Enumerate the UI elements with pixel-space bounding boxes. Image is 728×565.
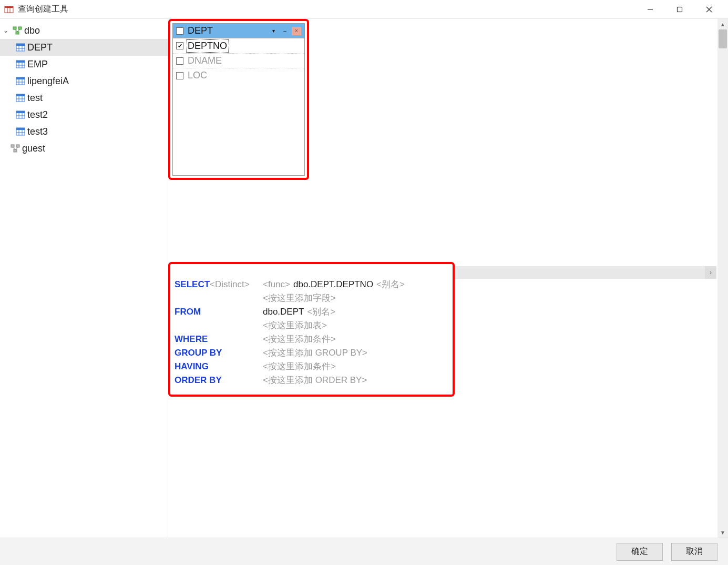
table-icon: [16, 43, 25, 52]
scroll-right-icon[interactable]: ›: [705, 266, 716, 279]
select-all-checkbox[interactable]: [176, 27, 183, 35]
schema-label: dbo: [24, 25, 40, 36]
svg-rect-9: [18, 27, 22, 29]
sql-having-row[interactable]: HAVING <按这里添加条件>: [175, 360, 448, 374]
table-node-test2[interactable]: test2: [0, 106, 168, 123]
schema-icon: [11, 144, 20, 153]
svg-rect-34: [16, 111, 25, 113]
sql-keyword-having: HAVING: [175, 360, 263, 374]
sql-where-row[interactable]: WHERE <按这里添加条件>: [175, 332, 448, 346]
where-placeholder[interactable]: <按这里添加条件>: [263, 332, 336, 346]
column-row-deptno[interactable]: ✔ DEPTNO: [173, 38, 304, 53]
column-checkbox[interactable]: [176, 72, 183, 79]
svg-rect-29: [16, 94, 25, 96]
table-icon: [16, 60, 25, 68]
svg-rect-24: [16, 77, 25, 79]
column-label: LOC: [188, 70, 207, 81]
orderby-placeholder[interactable]: <按这里添加 ORDER BY>: [263, 374, 367, 387]
close-button[interactable]: [694, 2, 724, 17]
column-row-dname[interactable]: DNAME: [173, 53, 304, 68]
table-label: EMP: [27, 59, 48, 70]
func-placeholder[interactable]: <func>: [263, 278, 290, 291]
sql-from-row[interactable]: FROM dbo.DEPT <别名>: [175, 305, 448, 319]
diagram-table-name: DEPT: [188, 25, 213, 36]
sql-keyword-where: WHERE: [175, 332, 263, 346]
table-icon: [16, 110, 25, 119]
table-close-icon[interactable]: ×: [292, 27, 301, 35]
column-label: DEPTNO: [187, 40, 228, 52]
content-area: ⌄ dbo DEPT EMP lipengfeiA: [0, 19, 728, 538]
maximize-button[interactable]: [665, 2, 694, 17]
sql-highlight: SELECT<Distinct> <func> dbo.DEPT.DEPTNO …: [168, 262, 455, 397]
canvas-area[interactable]: DEPT ▾ – × ✔ DEPTNO DNAME: [168, 19, 728, 538]
cancel-button[interactable]: 取消: [671, 543, 717, 561]
schema-icon: [13, 26, 22, 35]
table-node-test3[interactable]: test3: [0, 123, 168, 140]
sql-keyword-select: SELECT<Distinct>: [175, 278, 263, 291]
window-title: 查询创建工具: [18, 4, 68, 15]
table-menu-icon[interactable]: ▾: [269, 27, 278, 35]
svg-rect-14: [16, 44, 25, 46]
from-table[interactable]: dbo.DEPT: [263, 305, 304, 319]
sql-editor[interactable]: SELECT<Distinct> <func> dbo.DEPT.DEPTNO …: [172, 265, 450, 389]
svg-rect-43: [11, 145, 14, 147]
sql-keyword-from: FROM: [175, 305, 263, 319]
svg-rect-10: [16, 32, 19, 34]
table-label: test3: [27, 126, 48, 137]
table-icon: [16, 77, 25, 85]
expand-arrow-icon[interactable]: ⌄: [3, 27, 11, 34]
scroll-thumb[interactable]: [719, 29, 727, 48]
svg-line-11: [15, 29, 17, 32]
add-table-placeholder[interactable]: <按这里添加表>: [263, 319, 448, 332]
distinct-placeholder[interactable]: <Distinct>: [210, 279, 250, 289]
column-checkbox[interactable]: ✔: [176, 42, 183, 49]
svg-rect-44: [16, 145, 19, 147]
sql-keyword-orderby: ORDER BY: [175, 374, 263, 387]
table-node-emp[interactable]: EMP: [0, 56, 168, 73]
svg-rect-5: [678, 7, 682, 12]
schema-node-dbo[interactable]: ⌄ dbo: [0, 22, 168, 39]
ok-button[interactable]: 确定: [617, 543, 663, 561]
schema-label: guest: [22, 143, 45, 154]
from-alias-placeholder[interactable]: <别名>: [307, 305, 335, 319]
add-field-placeholder[interactable]: <按这里添加字段>: [263, 291, 448, 305]
table-node-dept[interactable]: DEPT: [0, 39, 168, 56]
scroll-down-icon[interactable]: ▼: [717, 527, 728, 538]
svg-rect-1: [5, 6, 13, 8]
diagram-table-dept[interactable]: DEPT ▾ – × ✔ DEPTNO DNAME: [172, 23, 305, 176]
schema-tree[interactable]: ⌄ dbo DEPT EMP lipengfeiA: [0, 19, 168, 538]
table-node-test[interactable]: test: [0, 89, 168, 106]
table-node-lipengfeia[interactable]: lipengfeiA: [0, 73, 168, 89]
table-label: DEPT: [27, 42, 53, 53]
table-icon: [16, 127, 25, 136]
footer: 确定 取消: [0, 538, 728, 565]
vertical-scrollbar[interactable]: ▲ ▼: [717, 19, 728, 538]
table-label: test2: [27, 109, 48, 120]
svg-line-46: [13, 147, 15, 149]
sql-orderby-row[interactable]: ORDER BY <按这里添加 ORDER BY>: [175, 374, 448, 387]
table-icon: [16, 94, 25, 102]
table-minimize-icon[interactable]: –: [280, 27, 290, 35]
diagram-highlight: DEPT ▾ – × ✔ DEPTNO DNAME: [168, 19, 309, 180]
svg-line-47: [15, 147, 18, 149]
minimize-button[interactable]: [635, 2, 665, 17]
alias-placeholder[interactable]: <别名>: [376, 278, 405, 291]
having-placeholder[interactable]: <按这里添加条件>: [263, 360, 336, 374]
select-field[interactable]: dbo.DEPT.DEPTNO: [293, 278, 373, 291]
schema-node-guest[interactable]: guest: [0, 140, 168, 157]
diagram-table-header[interactable]: DEPT ▾ – ×: [173, 24, 304, 38]
sql-select-row[interactable]: SELECT<Distinct> <func> dbo.DEPT.DEPTNO …: [175, 278, 448, 291]
svg-line-12: [17, 29, 20, 32]
svg-rect-45: [14, 149, 17, 152]
column-row-loc[interactable]: LOC: [173, 68, 304, 83]
sql-keyword-groupby: GROUP BY: [175, 346, 263, 360]
scroll-up-icon[interactable]: ▲: [717, 19, 728, 29]
table-label: test: [27, 93, 43, 104]
column-checkbox[interactable]: [176, 57, 183, 65]
app-icon: [4, 5, 14, 14]
table-label: lipengfeiA: [27, 76, 69, 87]
svg-rect-19: [16, 60, 25, 63]
groupby-placeholder[interactable]: <按这里添加 GROUP BY>: [263, 346, 367, 360]
sql-groupby-row[interactable]: GROUP BY <按这里添加 GROUP BY>: [175, 346, 448, 360]
svg-rect-8: [13, 27, 16, 29]
